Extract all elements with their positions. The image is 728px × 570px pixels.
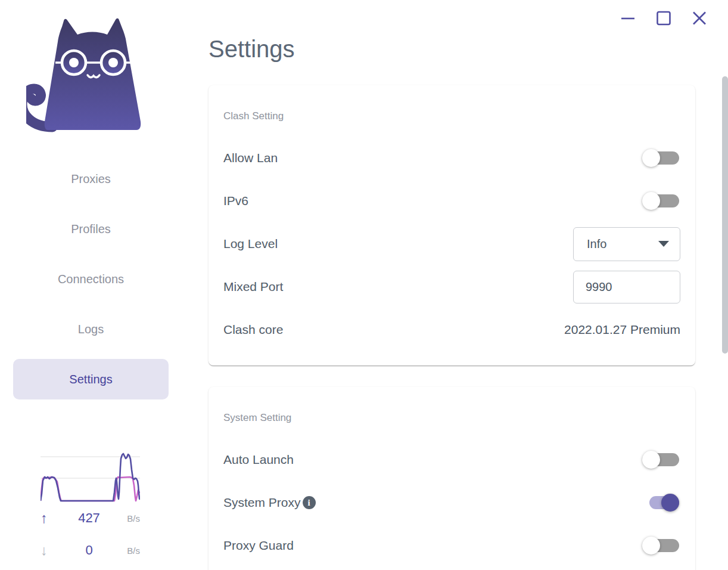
settings-row-system-proxy: System Proxyi (223, 481, 680, 524)
row-label: Log Level (223, 237, 278, 251)
settings-row-mixed-port: Mixed Port (223, 265, 680, 308)
download-value: 0 (62, 543, 116, 558)
info-icon[interactable]: i (303, 496, 316, 509)
close-icon (692, 10, 707, 26)
toggle-thumb (642, 149, 660, 167)
sidebar-item-logs[interactable]: Logs (13, 309, 169, 349)
ipv6-toggle[interactable] (642, 191, 680, 211)
row-label: Mixed Port (223, 280, 283, 294)
traffic-graph (41, 451, 140, 502)
row-label: Clash core (223, 323, 283, 337)
sidebar-item-proxies[interactable]: Proxies (13, 159, 169, 199)
close-button[interactable] (691, 10, 707, 26)
settings-row-clash-core: Clash core2022.01.27 Premium (223, 308, 680, 351)
download-arrow-icon: ↓ (41, 543, 62, 557)
row-label: System Proxyi (223, 495, 316, 510)
settings-row-auto-launch: Auto Launch (223, 438, 680, 481)
scrollbar-thumb[interactable] (722, 76, 728, 354)
section-title: Clash Setting (223, 102, 680, 131)
row-label: IPv6 (223, 194, 248, 208)
download-unit: B/s (116, 546, 140, 556)
settings-row-ipv6: IPv6 (223, 179, 680, 222)
section-title: System Setting (223, 404, 680, 432)
toggle-thumb (642, 537, 660, 554)
maximize-button[interactable] (655, 10, 671, 26)
card-clash-setting: Clash SettingAllow LanIPv6Log LevelInfoM… (209, 85, 695, 365)
chevron-down-icon (658, 241, 669, 247)
sidebar-item-connections[interactable]: Connections (13, 259, 169, 299)
mixed-port-input[interactable] (573, 271, 680, 303)
row-label: Auto Launch (223, 453, 294, 467)
traffic-panel: ↑ 427 B/s ↓ 0 B/s (41, 451, 140, 566)
settings-cards: Clash SettingAllow LanIPv6Log LevelInfoM… (209, 85, 695, 570)
upload-value: 427 (62, 510, 116, 526)
window-controls (620, 10, 707, 26)
toggle-thumb (642, 192, 660, 210)
proxy-guard-toggle[interactable] (642, 535, 680, 556)
settings-row-log-level: Log LevelInfo (223, 222, 680, 265)
sidebar-item-profiles[interactable]: Profiles (13, 209, 169, 249)
toggle-thumb (661, 494, 679, 512)
minimize-icon (621, 10, 635, 26)
select-value: Info (587, 237, 606, 251)
sidebar: ProxiesProfilesConnectionsLogsSettings ↑… (0, 0, 182, 570)
upload-stat: ↑ 427 B/s (41, 502, 140, 534)
page-title: Settings (209, 36, 295, 63)
clash-cat-logo-icon (26, 12, 143, 135)
download-stat: ↓ 0 B/s (41, 534, 140, 566)
system-proxy-toggle[interactable] (642, 492, 680, 513)
upload-arrow-icon: ↑ (41, 511, 62, 525)
minimize-button[interactable] (620, 10, 636, 26)
sidebar-nav: ProxiesProfilesConnectionsLogsSettings (0, 159, 182, 409)
toggle-thumb (642, 451, 660, 469)
row-label: Proxy Guard (223, 538, 294, 553)
maximize-icon (657, 10, 671, 26)
log-level-select[interactable]: Info (573, 227, 680, 261)
upload-unit: B/s (116, 513, 140, 523)
allow-lan-toggle[interactable] (642, 148, 680, 168)
card-system-setting: System SettingAuto LaunchSystem ProxyiPr… (209, 387, 695, 570)
settings-row-allow-lan: Allow Lan (223, 137, 680, 179)
row-value: 2022.01.27 Premium (564, 323, 680, 337)
settings-row-proxy-guard: Proxy Guard (223, 524, 680, 567)
row-label: Allow Lan (223, 151, 278, 165)
auto-launch-toggle[interactable] (642, 450, 680, 470)
sidebar-item-settings[interactable]: Settings (13, 359, 169, 399)
